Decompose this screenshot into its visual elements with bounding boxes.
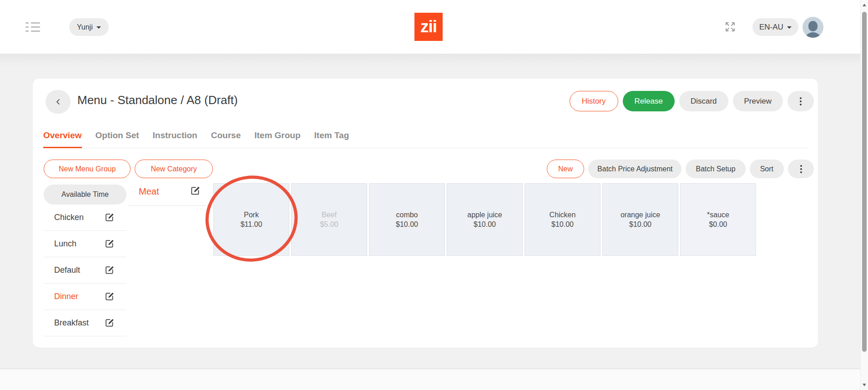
edit-icon[interactable]: [104, 265, 115, 276]
batch-setup-button[interactable]: Batch Setup: [686, 160, 745, 178]
toolbar-right: New Batch Price Adjustment Batch Setup S…: [547, 160, 814, 178]
new-item-button[interactable]: New: [547, 160, 584, 178]
item-name: orange juice: [621, 210, 660, 220]
menu-group-sidebar: Available Time Chicken Lunch Default Din…: [44, 185, 126, 336]
tab-bar: Overview Option Set Instruction Course I…: [43, 130, 807, 148]
menu-editor-card: Menu - Standalone / A8 (Draft) History R…: [33, 79, 818, 348]
category-name: Meat: [139, 186, 159, 197]
menu-item-tile-combo[interactable]: combo $10.00: [369, 183, 445, 256]
available-time-button[interactable]: Available Time: [44, 185, 126, 205]
workspace-dropdown[interactable]: Yunji: [69, 18, 109, 36]
release-button[interactable]: Release: [623, 91, 675, 111]
tab-instruction[interactable]: Instruction: [153, 130, 197, 140]
language-dropdown[interactable]: EN-AU: [752, 18, 798, 36]
item-price: $0.00: [709, 220, 727, 229]
item-name: Pork: [244, 210, 259, 220]
new-category-button[interactable]: New Category: [135, 160, 212, 178]
toolbar-more-button[interactable]: [788, 160, 814, 178]
kebab-menu-icon: [800, 97, 802, 105]
item-price: $10.00: [396, 220, 418, 229]
title-action-buttons: History Release Discard Preview: [570, 91, 814, 111]
workspace-label: Yunji: [77, 23, 93, 31]
category-divider: [129, 205, 215, 206]
preview-button[interactable]: Preview: [733, 91, 783, 111]
sort-button[interactable]: Sort: [750, 160, 784, 178]
edit-icon[interactable]: [104, 238, 115, 250]
menu-group-label: Dinner: [54, 292, 78, 301]
menu-group-label: Breakfast: [54, 318, 89, 328]
menu-group-row-default[interactable]: Default: [44, 257, 126, 284]
menu-item-tile-chicken[interactable]: Chicken $10.00: [525, 183, 601, 256]
tab-course[interactable]: Course: [211, 130, 241, 140]
menu-item-tile-orange-juice[interactable]: orange juice $10.00: [602, 183, 678, 256]
edit-icon[interactable]: [104, 212, 115, 223]
zii-logo: zii: [414, 13, 443, 41]
tab-item-tag[interactable]: Item Tag: [314, 130, 349, 140]
new-menu-group-button[interactable]: New Menu Group: [44, 160, 131, 178]
tab-option-set[interactable]: Option Set: [96, 130, 139, 140]
app-header: Yunji zii EN-AU: [0, 0, 868, 54]
menu-group-row-dinner[interactable]: Dinner: [44, 284, 126, 310]
item-name: *sauce: [707, 210, 729, 220]
tab-overview[interactable]: Overview: [43, 130, 82, 140]
discard-button[interactable]: Discard: [679, 91, 728, 111]
more-actions-button[interactable]: [787, 91, 814, 111]
menu-item-tile-pork[interactable]: Pork $11.00: [213, 183, 289, 256]
tab-item-group[interactable]: Item Group: [254, 130, 300, 140]
item-price: $10.00: [474, 220, 496, 229]
edit-icon[interactable]: [104, 317, 115, 329]
logo-text: zii: [420, 17, 437, 36]
toolbar: New Menu Group New Category New Batch Pr…: [44, 160, 814, 178]
item-name: Beef: [322, 210, 337, 220]
menu-group-row-chicken[interactable]: Chicken: [44, 205, 126, 231]
menu-item-grid: Pork $11.00 Beef $5.00 combo $10.00 appl…: [213, 183, 756, 256]
sidebar-toggle-icon[interactable]: [25, 22, 40, 32]
item-price: $5.00: [320, 220, 338, 229]
item-name: combo: [396, 210, 418, 220]
scrollbar-thumb[interactable]: [862, 12, 867, 352]
user-avatar[interactable]: [802, 17, 823, 38]
avatar-person-icon: [808, 21, 818, 31]
item-price: $11.00: [241, 220, 262, 229]
menu-group-label: Lunch: [54, 239, 76, 249]
scroll-down-icon[interactable]: [863, 384, 866, 386]
menu-group-label: Default: [54, 265, 80, 275]
scroll-up-icon[interactable]: [863, 4, 866, 6]
history-button[interactable]: History: [570, 91, 618, 111]
vertical-scrollbar: [860, 0, 868, 390]
language-label: EN-AU: [759, 23, 783, 32]
menu-item-tile-beef[interactable]: Beef $5.00: [291, 183, 367, 256]
fullscreen-icon[interactable]: [724, 21, 736, 33]
footer-strip: [0, 369, 868, 390]
header-shadow: [0, 54, 868, 66]
menu-group-row-breakfast[interactable]: Breakfast: [44, 310, 126, 336]
chevron-down-icon: [96, 26, 101, 29]
item-name: Chicken: [550, 210, 576, 220]
chevron-down-icon: [787, 26, 792, 29]
item-price: $10.00: [551, 220, 574, 229]
kebab-menu-icon: [800, 165, 802, 173]
menu-group-label: Chicken: [54, 213, 84, 222]
edit-icon[interactable]: [104, 291, 115, 302]
menu-group-row-lunch[interactable]: Lunch: [44, 231, 126, 257]
item-price: $10.00: [629, 220, 651, 229]
menu-item-tile-apple-juice[interactable]: apple juice $10.00: [447, 183, 523, 256]
category-edit-icon[interactable]: [189, 185, 201, 197]
item-name: apple juice: [467, 210, 502, 220]
menu-item-tile-sauce[interactable]: *sauce $0.00: [680, 183, 756, 256]
page-title: Menu - Standalone / A8 (Draft): [77, 93, 238, 107]
toolbar-left: New Menu Group New Category: [44, 160, 213, 178]
back-button[interactable]: [45, 90, 71, 114]
batch-price-adjustment-button[interactable]: Batch Price Adjustment: [588, 160, 681, 178]
